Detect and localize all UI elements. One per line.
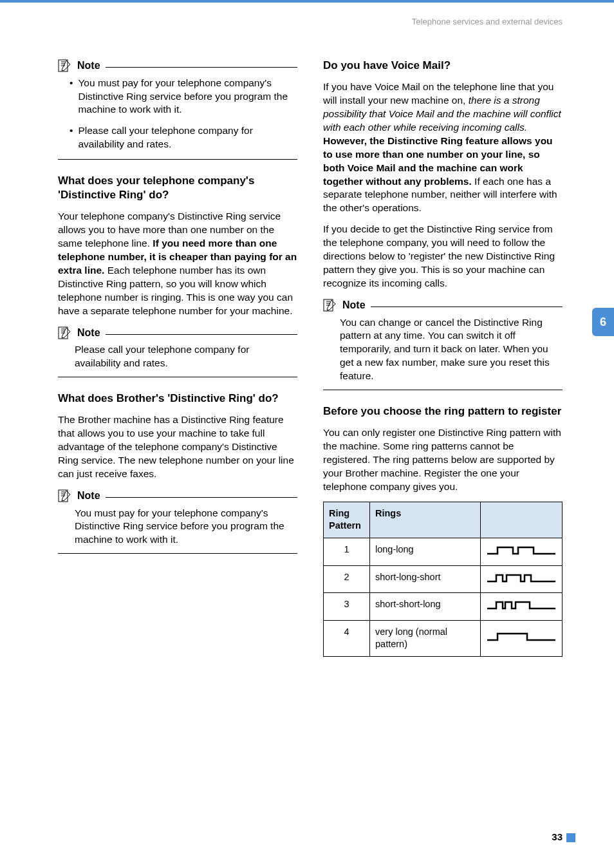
para-register: If you decide to get the Distinctive Rin… xyxy=(323,223,563,290)
ring-diagram-icon xyxy=(486,598,557,611)
cell-diagram-2 xyxy=(481,565,563,593)
note1-bullet-2: Please call your telephone company for a… xyxy=(70,124,297,151)
note-block-2: Note Please call your telephone company … xyxy=(58,326,297,377)
page-body: Note You must pay for your telephone com… xyxy=(0,26,614,657)
table-row: 3 short-short-long xyxy=(324,593,563,621)
note3-body: You must pay for your telephone company'… xyxy=(58,507,297,547)
cell-pattern-4: 4 xyxy=(324,620,370,656)
table-row: 2 short-long-short xyxy=(324,565,563,593)
cell-rings-2: short-long-short xyxy=(370,565,481,593)
cell-rings-3: short-short-long xyxy=(370,593,481,621)
cell-pattern-2: 2 xyxy=(324,565,370,593)
note-block-r1: Note You can change or cancel the Distin… xyxy=(323,298,563,390)
table-row: 1 long-long xyxy=(324,538,563,565)
note-block-3: Note You must pay for your telephone com… xyxy=(58,489,297,554)
note-block-1: Note You must pay for your telephone com… xyxy=(58,59,297,160)
note-icon xyxy=(323,299,337,312)
right-column: Do you have Voice Mail? If you have Voic… xyxy=(323,59,563,657)
ring-diagram-icon xyxy=(486,571,557,584)
page-number: 33 xyxy=(552,831,563,842)
note-rule xyxy=(106,334,297,335)
note1-bullet-1-text: You must pay for your telephone company'… xyxy=(78,77,297,117)
para-voicemail: If you have Voice Mail on the telephone … xyxy=(323,80,563,215)
note-end-rule xyxy=(323,390,563,390)
note-end-rule xyxy=(58,377,297,377)
th-ring-pattern: Ring Pattern xyxy=(324,502,370,538)
cell-diagram-4 xyxy=(481,620,563,656)
heading-voicemail: Do you have Voice Mail? xyxy=(323,59,563,73)
note1-bullet-1: You must pay for your telephone company'… xyxy=(70,77,297,117)
note-r1-body: You can change or cancel the Distinctive… xyxy=(323,316,563,384)
cell-rings-4: very long (normal pattern) xyxy=(370,620,481,656)
cell-pattern-3: 3 xyxy=(324,593,370,621)
note-icon xyxy=(58,59,72,72)
left-column: Note You must pay for your telephone com… xyxy=(58,59,297,657)
note1-bullet-2-text: Please call your telephone company for a… xyxy=(78,124,297,151)
cell-pattern-1: 1 xyxy=(324,538,370,565)
para-telco-dr: Your telephone company's Distinctive Rin… xyxy=(58,210,297,317)
note-rule xyxy=(371,307,563,307)
th-diagram xyxy=(481,502,563,538)
para-brother-dr: The Brother machine has a Distinctive Ri… xyxy=(58,413,297,481)
table-row: 4 very long (normal pattern) xyxy=(324,620,563,656)
page-corner-accent xyxy=(566,833,575,842)
running-header: Telephone services and external devices xyxy=(0,3,614,26)
heading-brother-dr: What does Brother's 'Distinctive Ring' d… xyxy=(58,392,297,406)
ring-pattern-table: Ring Pattern Rings 1 long-long 2 short-l… xyxy=(323,502,563,657)
heading-before-register: Before you choose the ring pattern to re… xyxy=(323,404,563,419)
table-header-row: Ring Pattern Rings xyxy=(324,502,563,538)
note-end-rule xyxy=(58,553,297,554)
note-icon xyxy=(58,326,72,339)
ring-diagram-icon xyxy=(486,630,557,643)
note-label: Note xyxy=(342,298,366,312)
heading-telco-dr: What does your telephone company's 'Dist… xyxy=(58,174,297,202)
note-rule xyxy=(106,497,297,498)
note2-body: Please call your telephone company for a… xyxy=(58,343,297,370)
note-label: Note xyxy=(77,59,100,73)
ring-diagram-icon xyxy=(486,543,557,556)
cell-rings-1: long-long xyxy=(370,538,481,565)
cell-diagram-1 xyxy=(481,538,563,565)
th-rings: Rings xyxy=(370,502,481,538)
note-end-rule xyxy=(58,159,297,160)
note-icon xyxy=(58,489,72,502)
cell-diagram-3 xyxy=(481,593,563,621)
para-before-register: You can only register one Distinctive Ri… xyxy=(323,426,563,494)
chapter-tab: 6 xyxy=(592,308,614,336)
note-rule xyxy=(106,67,297,68)
note-label: Note xyxy=(77,489,100,503)
note-label: Note xyxy=(77,326,100,340)
